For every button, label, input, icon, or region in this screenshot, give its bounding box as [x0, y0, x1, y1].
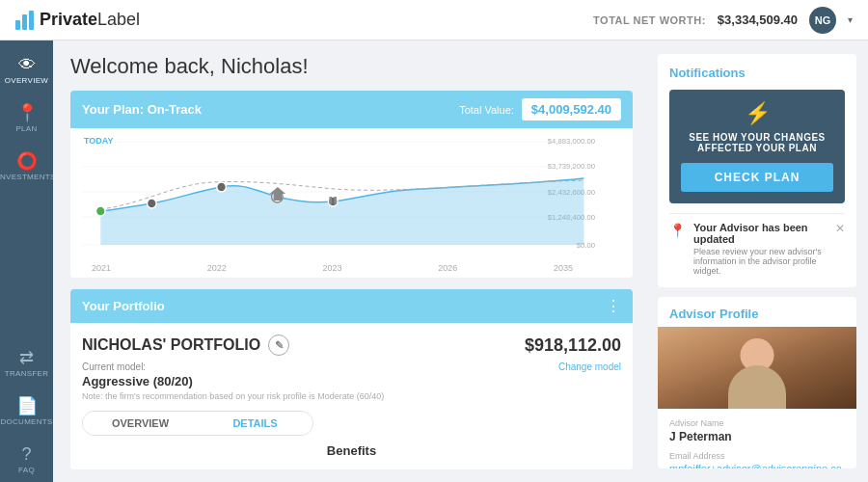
x-label-2022: 2022 [207, 263, 227, 273]
plan-chart: $4,883,000.00 $3,739,200.00 $2,432,600.0… [82, 134, 621, 259]
avatar[interactable]: NG [809, 7, 836, 34]
today-label: TODAY [84, 136, 114, 146]
portfolio-name-row: NICHOLAS' PORTFOLIO ✎ $918,112.00 [82, 335, 621, 356]
sidebar-item-documents[interactable]: 📄 DOCUMENTS [0, 389, 53, 434]
logo-bar-2 [22, 14, 27, 30]
plan-title: Your Plan: On-Track [82, 102, 202, 117]
promo-text: SEE HOW YOUR CHANGES AFFECTED YOUR PLAN [681, 132, 833, 153]
svg-rect-17 [334, 197, 337, 204]
main-layout: 👁 OVERVIEW 📍 PLAN ⭕ INVESTMENTS ⇄ TRANSF… [0, 40, 868, 482]
advisor-updated-desc: Please review your new advisor's informa… [693, 247, 827, 276]
welcome-title: Welcome back, Nicholas! [70, 54, 633, 79]
top-nav: PrivateLabel TOTAL NET WORTH: $3,334,509… [0, 0, 868, 40]
person-body [728, 365, 786, 409]
logo-bar-1 [15, 20, 20, 30]
model-row: Current model: Change model [82, 362, 621, 372]
advisor-email-label: Email Address [669, 451, 845, 461]
svg-marker-14 [270, 187, 285, 194]
edit-portfolio-button[interactable]: ✎ [268, 335, 289, 356]
advisor-email-value: mpfeiffer+advisor@advisorengine.com [669, 463, 845, 469]
chart-area: TODAY $4,883,000.00 $3,739,200.00 $2,432… [70, 128, 633, 278]
plan-card: Your Plan: On-Track Total Value: $4,009,… [70, 91, 633, 278]
tab-overview[interactable]: OVERVIEW [83, 412, 198, 435]
net-worth-label: TOTAL NET WORTH: [593, 14, 706, 26]
portfolio-name: NICHOLAS' PORTFOLIO ✎ [82, 335, 289, 356]
advisor-updated-content: Your Advisor has been updated Please rev… [693, 222, 827, 276]
svg-point-18 [95, 206, 105, 216]
content-area: Welcome back, Nicholas! Your Plan: On-Tr… [53, 40, 646, 482]
sidebar-item-transfer[interactable]: ⇄ TRANSFER [0, 341, 53, 386]
avatar-dropdown-arrow[interactable]: ▾ [848, 14, 853, 25]
notifications-card: Notifications ⚡ SEE HOW YOUR CHANGES AFF… [658, 54, 856, 287]
check-plan-button[interactable]: CHECK PLAN [681, 163, 833, 192]
documents-icon: 📄 [16, 397, 38, 415]
promo-lightning-icon: ⚡ [681, 101, 833, 126]
plan-card-header: Your Plan: On-Track Total Value: $4,009,… [70, 91, 633, 128]
portfolio-amount: $918,112.00 [525, 335, 621, 356]
location-icon: 📍 [669, 223, 686, 238]
svg-text:$3,739,200.00: $3,739,200.00 [548, 162, 596, 171]
advisor-profile-title: Advisor Profile [658, 297, 856, 327]
sidebar-item-faq[interactable]: ? FAQ [0, 438, 53, 482]
advisor-profile-card: Advisor Profile Advisor Name J Peterman … [658, 297, 856, 469]
tab-details[interactable]: DETAILS [198, 412, 312, 435]
model-value: Aggressive (80/20) [82, 374, 621, 388]
notifications-title: Notifications [669, 66, 845, 80]
logo-icon [15, 11, 34, 30]
x-label-2026: 2026 [438, 263, 457, 273]
plan-value-wrapper: Total Value: $4,009,592.40 [459, 98, 621, 120]
advisor-name-label: Advisor Name [669, 418, 845, 428]
svg-text:$4,883,000.00: $4,883,000.00 [548, 137, 596, 146]
logo-bar-3 [29, 11, 34, 30]
svg-point-11 [217, 182, 227, 192]
investments-icon: ⭕ [16, 152, 38, 170]
portfolio-title: Your Portfolio [82, 299, 165, 313]
current-model-label: Current model: [82, 362, 146, 372]
model-note: Note: the firm's recommendation based on… [82, 391, 621, 401]
advisor-photo [658, 327, 856, 409]
top-right-area: TOTAL NET WORTH: $3,334,509.40 NG ▾ [593, 7, 853, 34]
advisor-name-value: J Peterman [669, 430, 845, 443]
sidebar-item-investments[interactable]: ⭕ INVESTMENTS [0, 145, 53, 189]
sidebar-item-plan[interactable]: 📍 PLAN [0, 96, 53, 141]
portfolio-body: NICHOLAS' PORTFOLIO ✎ $918,112.00 Curren… [70, 323, 633, 469]
advisor-photo-placeholder [658, 327, 856, 409]
close-notification-button[interactable]: ✕ [835, 222, 845, 235]
logo-text: PrivateLabel [40, 10, 140, 30]
sidebar: 👁 OVERVIEW 📍 PLAN ⭕ INVESTMENTS ⇄ TRANSF… [0, 40, 53, 482]
right-panel: Notifications ⚡ SEE HOW YOUR CHANGES AFF… [646, 40, 868, 482]
change-model-link[interactable]: Change model [558, 362, 621, 372]
net-worth-value: $3,334,509.40 [718, 13, 798, 27]
x-label-2023: 2023 [322, 263, 341, 273]
sidebar-item-overview[interactable]: 👁 OVERVIEW [0, 48, 53, 93]
transfer-icon: ⇄ [19, 349, 34, 366]
x-label-2021: 2021 [92, 263, 111, 273]
notification-promo: ⚡ SEE HOW YOUR CHANGES AFFECTED YOUR PLA… [669, 90, 845, 203]
chart-x-labels: 2021 2022 2023 2026 2035 [82, 263, 621, 273]
x-label-2035: 2035 [554, 263, 573, 273]
svg-rect-16 [329, 197, 332, 204]
portfolio-menu-dots[interactable]: ⋮ [606, 297, 621, 315]
overview-icon: 👁 [18, 56, 36, 73]
portfolio-tabs: OVERVIEW DETAILS [82, 411, 313, 436]
total-value-box: $4,009,592.40 [522, 98, 621, 120]
logo: PrivateLabel [15, 10, 140, 30]
portfolio-card: Your Portfolio ⋮ NICHOLAS' PORTFOLIO ✎ $… [70, 289, 633, 469]
faq-icon: ? [21, 445, 31, 463]
portfolio-header: Your Portfolio ⋮ [70, 289, 633, 323]
svg-point-10 [147, 199, 156, 208]
advisor-updated-row: 📍 Your Advisor has been updated Please r… [669, 213, 845, 276]
advisor-updated-title: Your Advisor has been updated [693, 222, 827, 245]
plan-icon: 📍 [16, 104, 38, 121]
advisor-info: Advisor Name J Peterman Email Address mp… [658, 409, 856, 469]
total-value-label: Total Value: [459, 104, 514, 116]
benefits-label: Benefits [82, 443, 621, 458]
